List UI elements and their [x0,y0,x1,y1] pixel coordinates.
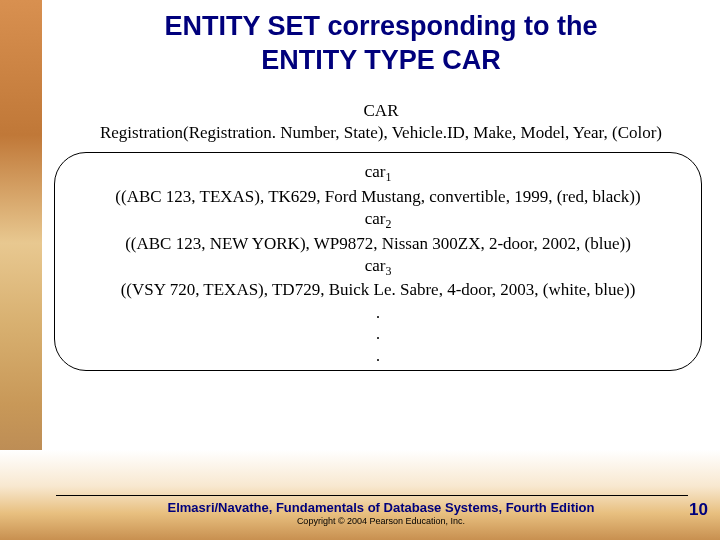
footer-divider [56,495,688,496]
ellipsis: . . . [67,302,689,367]
footer-main: Elmasri/Navathe, Fundamentals of Databas… [42,500,720,515]
entity-label: car1 [67,161,689,186]
schema-definition: Registration(Registration. Number, State… [100,123,662,142]
slide-title: ENTITY SET corresponding to the ENTITY T… [42,0,720,78]
entity-tuple: ((ABC 123, NEW YORK), WP9872, Nissan 300… [67,233,689,255]
entity-label: car2 [67,208,689,233]
slide-content: ENTITY SET corresponding to the ENTITY T… [42,0,720,540]
footer: Elmasri/Navathe, Fundamentals of Databas… [42,495,720,526]
footer-copyright: Copyright © 2004 Pearson Education, Inc. [42,516,720,526]
entities-box: car1 ((ABC 123, TEXAS), TK629, Ford Must… [54,152,702,372]
title-line-2: ENTITY TYPE CAR [261,45,501,75]
schema-block: CAR Registration(Registration. Number, S… [42,100,720,144]
title-line-1: ENTITY SET corresponding to the [164,11,597,41]
entity-tuple: ((VSY 720, TEXAS), TD729, Buick Le. Sabr… [67,279,689,301]
entity-tuple: ((ABC 123, TEXAS), TK629, Ford Mustang, … [67,186,689,208]
entity-label: car3 [67,255,689,280]
schema-name: CAR [364,101,399,120]
page-number: 10 [689,500,708,520]
